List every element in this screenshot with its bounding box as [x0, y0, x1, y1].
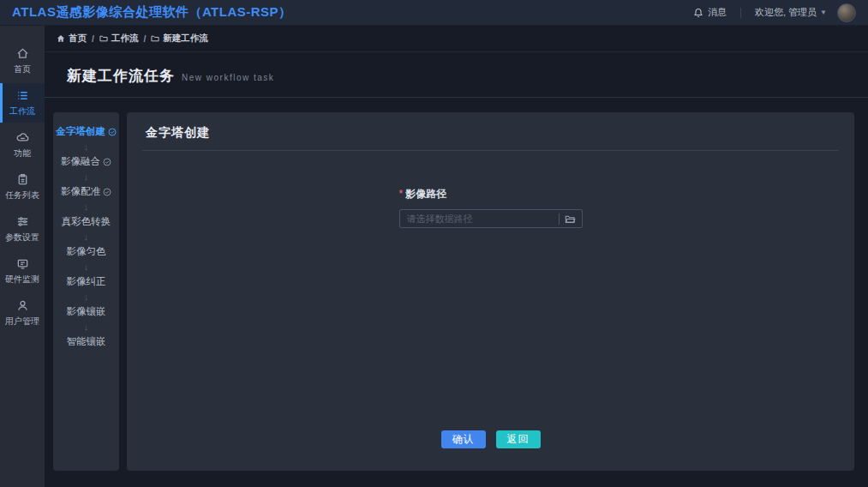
step-arrow-icon: ↓ — [84, 201, 89, 212]
sidebar-item-home[interactable]: 首页 — [0, 41, 45, 81]
image-path-input-wrap — [399, 209, 583, 228]
user-menu[interactable]: 欢迎您, 管理员 ▼ — [755, 3, 856, 22]
sidebar-item-label: 首页 — [14, 63, 31, 75]
messages-label: 消息 — [708, 6, 727, 19]
breadcrumb: 首页 / 工作流 / 新建工作流 — [45, 26, 868, 52]
form-buttons: 确认 返回 — [441, 430, 541, 448]
app-title: ATLAS遥感影像综合处理软件（ATLAS-RSP） — [12, 4, 292, 21]
breadcrumb-label: 新建工作流 — [163, 33, 208, 45]
panel-divider — [142, 150, 839, 151]
step-arrow-icon: ↓ — [84, 141, 89, 152]
user-management-icon — [16, 299, 29, 312]
step-image-fusion[interactable]: 影像融合 — [61, 155, 111, 168]
breadcrumb-item-workflow[interactable]: 工作流 — [99, 33, 139, 45]
main-region: 首页 / 工作流 / 新建工作流 新建工作流任务 New workflow ta… — [45, 26, 868, 487]
step-label: 影像镶嵌 — [67, 305, 106, 318]
breadcrumb-item-new-workflow[interactable]: 新建工作流 — [151, 33, 208, 45]
step-pyramid-create[interactable]: 金字塔创建 — [56, 125, 117, 138]
breadcrumb-separator: / — [143, 33, 146, 44]
step-image-mosaic[interactable]: 影像镶嵌 — [67, 305, 106, 318]
sidebar-item-label: 工作流 — [9, 105, 35, 117]
step-arrow-icon: ↓ — [84, 322, 89, 332]
breadcrumb-label: 首页 — [69, 33, 87, 45]
bell-icon — [693, 8, 703, 18]
step-label: 真彩色转换 — [62, 215, 111, 228]
sidebar-item-label: 参数设置 — [5, 231, 39, 244]
page-title-block: 新建工作流任务 New workflow task — [45, 52, 868, 98]
home-icon — [16, 47, 29, 60]
sidebar-item-hardware-monitor[interactable]: 硬件监测 — [0, 251, 45, 291]
pyramid-create-panel: 金字塔创建 *影像路径 — [127, 112, 854, 471]
avatar[interactable] — [837, 3, 856, 22]
image-path-label: *影像路径 — [399, 187, 583, 201]
breadcrumb-separator: / — [92, 33, 94, 44]
chevron-down-icon: ▼ — [820, 9, 827, 16]
header-right: 消息 欢迎您, 管理员 ▼ — [693, 3, 856, 22]
page-title: 新建工作流任务 — [67, 66, 175, 86]
label-text: 影像路径 — [405, 188, 446, 200]
content-area: 金字塔创建 ↓ 影像融合 ↓ 影像配准 ↓ 真彩色转换 — [45, 98, 868, 471]
task-list-icon — [16, 173, 29, 186]
settings-icon — [16, 215, 29, 228]
sidebar-item-label: 硬件监测 — [5, 274, 39, 286]
folder-icon — [151, 34, 159, 43]
home-icon — [57, 34, 65, 43]
browse-folder-button[interactable] — [560, 210, 582, 227]
step-image-correction[interactable]: 影像纠正 — [67, 275, 106, 288]
step-label: 智能镶嵌 — [67, 335, 106, 348]
messages-button[interactable]: 消息 — [693, 6, 727, 19]
folder-icon — [99, 34, 108, 43]
step-label: 影像纠正 — [67, 275, 106, 288]
header-divider — [740, 8, 741, 18]
step-arrow-icon: ↓ — [84, 262, 89, 272]
check-circle-icon — [108, 128, 117, 136]
step-arrow-icon: ↓ — [84, 231, 89, 242]
required-mark: * — [399, 188, 404, 200]
step-label: 影像融合 — [61, 155, 100, 168]
folder-open-icon — [565, 213, 576, 225]
step-image-registration[interactable]: 影像配准 — [61, 185, 111, 198]
image-path-input[interactable] — [400, 213, 559, 224]
page-subtitle: New workflow task — [182, 73, 274, 82]
confirm-button[interactable]: 确认 — [441, 430, 486, 448]
breadcrumb-label: 工作流 — [111, 33, 139, 45]
sidebar-item-functions[interactable]: 功能 — [0, 125, 45, 165]
step-arrow-icon: ↓ — [84, 171, 89, 182]
back-button[interactable]: 返回 — [496, 430, 541, 448]
workflow-icon — [16, 89, 29, 102]
hardware-monitor-icon — [16, 257, 29, 270]
step-label: 影像配准 — [61, 185, 100, 198]
step-label: 金字塔创建 — [56, 125, 105, 138]
sidebar-item-user-management[interactable]: 用户管理 — [0, 293, 45, 333]
step-true-color-convert[interactable]: 真彩色转换 — [62, 215, 111, 228]
step-image-color-balance[interactable]: 影像匀色 — [67, 245, 106, 258]
breadcrumb-item-home[interactable]: 首页 — [57, 33, 87, 45]
step-smart-mosaic[interactable]: 智能镶嵌 — [67, 335, 106, 348]
sidebar-item-label: 用户管理 — [5, 316, 39, 328]
sidebar-item-task-list[interactable]: 任务列表 — [0, 167, 45, 207]
sidebar-item-settings[interactable]: 参数设置 — [0, 209, 45, 249]
welcome-label: 欢迎您, 管理员 — [755, 6, 817, 19]
check-circle-icon — [103, 158, 111, 166]
functions-icon — [16, 131, 29, 144]
step-label: 影像匀色 — [67, 245, 106, 258]
sidebar-item-workflow[interactable]: 工作流 — [0, 83, 45, 123]
workflow-steps-panel: 金字塔创建 ↓ 影像融合 ↓ 影像配准 ↓ 真彩色转换 — [53, 112, 119, 471]
step-arrow-icon: ↓ — [84, 292, 89, 302]
check-circle-icon — [103, 188, 111, 196]
app-header: ATLAS遥感影像综合处理软件（ATLAS-RSP） 消息 欢迎您, 管理员 ▼ — [0, 0, 868, 26]
sidebar-item-label: 任务列表 — [5, 189, 39, 201]
sidebar: 首页 工作流 功能 任务列表 — [0, 26, 45, 487]
sidebar-item-label: 功能 — [14, 147, 31, 159]
image-path-form: *影像路径 — [399, 187, 583, 228]
panel-heading: 金字塔创建 — [127, 112, 854, 150]
